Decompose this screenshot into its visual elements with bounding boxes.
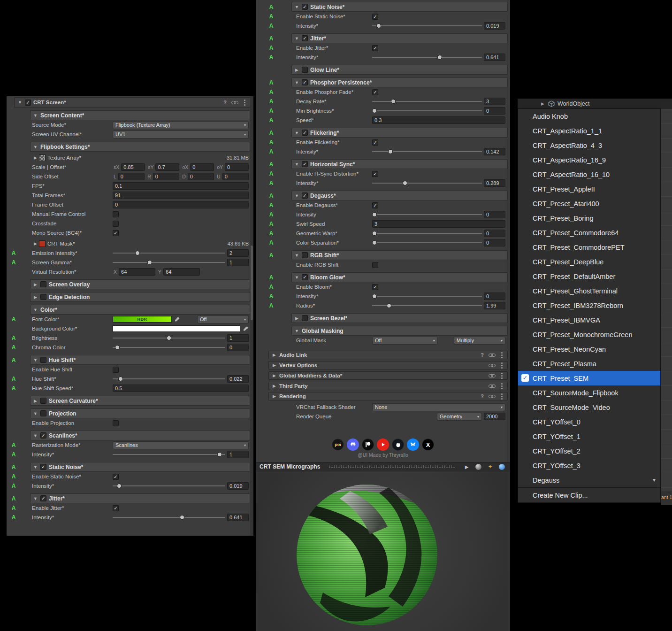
slider-value-field[interactable]: 0.641 <box>484 54 505 61</box>
foldout-arrow-icon[interactable]: ▼ <box>294 80 299 85</box>
foldout-arrow-icon[interactable]: ▶ <box>294 68 299 72</box>
dropdown[interactable]: Geometry▾ <box>437 413 482 421</box>
foldout-arrow-icon[interactable]: ▶ <box>540 101 545 106</box>
foldout-arrow-icon[interactable]: ▼ <box>33 465 38 469</box>
checkbox[interactable] <box>113 211 119 217</box>
section-jitter[interactable]: ▼✓Jitter* <box>291 33 508 43</box>
foldout-arrow-icon[interactable]: ▼ <box>294 329 299 333</box>
effects-icon[interactable]: ✦ <box>487 463 494 470</box>
menu-item-crt-preset-commodore64[interactable]: CRT_Preset_Commodore64 <box>518 225 660 240</box>
slider[interactable] <box>372 148 482 155</box>
foldout-arrow-icon[interactable]: ▶ <box>272 384 277 388</box>
slider-handle[interactable] <box>372 240 377 245</box>
section-jitter[interactable]: ▼✓Jitter* <box>30 493 250 503</box>
menu-item-degauss[interactable]: Degauss▼ <box>518 473 660 487</box>
slider-value-field[interactable]: 0 <box>484 230 505 237</box>
slider-value-field[interactable]: 0 <box>484 211 505 218</box>
material-preview-header[interactable]: CRT SEM Micrographs ▶✦ <box>256 462 510 471</box>
slider-value-field[interactable]: 1 <box>227 451 249 458</box>
menu-item-crt-yoffset-2[interactable]: CRT_YOffset_2 <box>518 444 660 458</box>
help-icon[interactable]: ? <box>481 393 484 399</box>
kebab-menu-icon[interactable] <box>501 396 503 397</box>
slider[interactable] <box>113 249 225 257</box>
preview-drag-handle[interactable] <box>328 465 455 468</box>
foldout-arrow-icon[interactable]: ▼ <box>294 5 299 9</box>
slider-handle[interactable] <box>217 452 222 457</box>
slider[interactable] <box>113 344 225 351</box>
slider-handle[interactable] <box>180 515 184 520</box>
section-enable-checkbox[interactable] <box>302 67 308 73</box>
menu-item-crt-sourcemode-video[interactable]: CRT_SourceMode_Video <box>518 400 660 415</box>
slider-value-field[interactable]: 0 <box>227 344 249 351</box>
menu-item-crt-preset-ibm3278reborn[interactable]: CRT_Preset_IBM3278Reborn <box>518 298 660 313</box>
foldout-arrow-icon[interactable]: ▼ <box>33 145 38 149</box>
slider[interactable] <box>372 292 482 300</box>
checkbox[interactable]: ✓ <box>372 139 378 146</box>
foldout-arrow-icon[interactable]: ▶ <box>33 295 38 300</box>
text-field[interactable]: 0.85 <box>121 163 145 171</box>
section-enable-checkbox[interactable]: ✓ <box>302 192 308 199</box>
presets-link-icon[interactable] <box>489 361 496 369</box>
dropdown[interactable]: Off▾ <box>372 337 438 345</box>
play-icon[interactable]: ▶ <box>463 463 470 470</box>
section-horizontal-sync[interactable]: ▼✓Horizontal Sync* <box>291 159 508 169</box>
slider[interactable] <box>372 230 482 237</box>
text-field[interactable]: 64 <box>119 268 155 276</box>
slider[interactable] <box>372 179 482 187</box>
kebab-menu-icon[interactable] <box>244 102 245 103</box>
text-field[interactable]: 64 <box>163 268 200 276</box>
text-field[interactable]: 0.1 <box>113 182 249 190</box>
slider-value-field[interactable]: 0 <box>484 239 505 246</box>
component-enable-checkbox[interactable]: ✓ <box>25 100 31 106</box>
foldout-arrow-icon[interactable]: ▶ <box>33 282 38 287</box>
help-icon[interactable]: ? <box>481 352 484 358</box>
checkbox[interactable]: ✓ <box>113 230 119 236</box>
dropdown[interactable]: Scanlines▾ <box>113 441 249 449</box>
section-color[interactable]: ▼Color* <box>30 305 250 315</box>
section-enable-checkbox[interactable] <box>40 294 46 300</box>
foldout-arrow-icon[interactable]: ▶ <box>33 155 38 160</box>
text-field[interactable]: 0 <box>153 173 179 180</box>
slider-value-field[interactable]: 0.019 <box>227 482 249 490</box>
presets-link-icon[interactable] <box>489 382 496 390</box>
patreon-icon[interactable] <box>362 439 374 451</box>
foldout-arrow-icon[interactable]: ▶ <box>272 394 277 399</box>
section-enable-checkbox[interactable] <box>40 398 46 404</box>
slider-handle[interactable] <box>372 231 377 236</box>
color-swatch[interactable] <box>113 325 240 332</box>
slider-value-field[interactable]: 1 <box>227 259 249 266</box>
header-rendering[interactable]: ▶Rendering? <box>268 392 508 400</box>
foldout-arrow-icon[interactable]: ▼ <box>294 193 299 198</box>
hdr-color-swatch[interactable]: HDR <box>113 316 172 323</box>
slider[interactable] <box>372 54 482 61</box>
crt-screen-component-header[interactable]: ▼ ✓ CRT Screen* ? <box>14 97 251 108</box>
eyedropper-icon[interactable] <box>242 325 249 332</box>
foldout-arrow-icon[interactable]: ▼ <box>294 162 299 167</box>
checkbox[interactable] <box>113 420 119 426</box>
checkbox[interactable]: ✓ <box>372 284 378 290</box>
shaded-sphere-icon[interactable] <box>475 463 482 470</box>
x-icon[interactable]: X <box>422 439 434 451</box>
section-enable-checkbox[interactable]: ✓ <box>302 161 308 167</box>
menu-item-crt-preset-deepblue[interactable]: CRT_Preset_DeepBlue <box>518 254 660 269</box>
scrollbar-thumb[interactable] <box>251 246 253 320</box>
menu-item-crt-preset-appleii[interactable]: CRT_Preset_AppleII <box>518 182 660 196</box>
section-enable-checkbox[interactable] <box>302 252 308 258</box>
dropdown[interactable]: Multiply▾ <box>454 337 505 345</box>
slider[interactable] <box>372 302 482 309</box>
help-icon[interactable]: ? <box>223 100 227 105</box>
slider-handle[interactable] <box>372 108 377 113</box>
dropdown[interactable]: UV1▾ <box>113 131 249 139</box>
checkbox[interactable]: ✓ <box>372 89 378 95</box>
section-enable-checkbox[interactable]: ✓ <box>302 274 308 280</box>
text-field[interactable]: 0 <box>190 163 214 171</box>
foldout-arrow-icon[interactable]: ▶ <box>294 316 299 321</box>
foldout-arrow-icon[interactable]: ▼ <box>17 100 23 105</box>
checkbox[interactable]: ✓ <box>113 505 119 511</box>
discord-icon[interactable] <box>347 439 359 451</box>
header-audio-link[interactable]: ▶Audio Link? <box>268 351 508 359</box>
menu-item-crt-preset-defaultamber[interactable]: CRT_Preset_DefaultAmber <box>518 269 660 284</box>
foldout-arrow-icon[interactable]: ▼ <box>33 411 38 416</box>
section-hue-shift[interactable]: ▼Hue Shift* <box>30 355 250 365</box>
material-preview-viewport[interactable] <box>256 471 510 631</box>
